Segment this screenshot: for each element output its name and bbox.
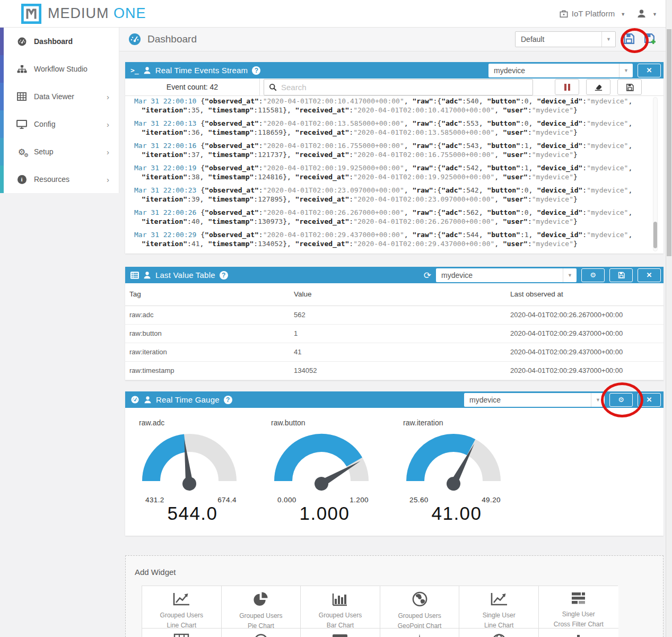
event-timestamp: Mar 31 22:00:10 [134, 97, 196, 105]
line-chart-icon [172, 599, 191, 608]
sidebar-item-data-viewer[interactable]: Data Viewer › [0, 83, 119, 110]
gauge-label: raw.button [271, 418, 403, 427]
add-widget-tile-cross-filter-chart[interactable]: Single UserCross Filter Chart [539, 586, 618, 629]
chevron-down-icon[interactable]: ▼ [621, 12, 625, 17]
cell-last-observed: 2020-04-01T02:00:29.437000+00:00 [506, 324, 664, 343]
save-stream-button[interactable] [617, 79, 642, 95]
user-menu-icon[interactable] [636, 8, 647, 19]
event-timestamp: Mar 31 22:00:16 [134, 142, 196, 150]
close-widget-button[interactable]: ✕ [638, 393, 661, 407]
widget-save-button[interactable] [609, 268, 633, 282]
table-device-select[interactable]: mydevice ▼ [436, 268, 577, 282]
gauge-raw.button: raw.button 0.000 1.200 1.000 [271, 415, 403, 524]
list-table-icon [130, 272, 139, 279]
gauge-device-select[interactable]: mydevice ▼ [464, 393, 605, 407]
clear-stream-button[interactable] [586, 79, 610, 95]
gauge-min: 25.60 [409, 496, 429, 504]
gauge-row: raw.adc 431.2 674.4 544.0 raw.button 0.0… [125, 408, 664, 524]
widget-title: Real Time Events Stream [155, 66, 248, 75]
chevron-down-icon[interactable]: ▼ [652, 12, 657, 17]
add-widget-tile-geopoint-chart[interactable]: Grouped UsersGeoPoint Chart [380, 586, 460, 629]
add-widget-tile[interactable] [222, 629, 301, 637]
search-box[interactable] [264, 79, 533, 95]
cell-value: 41 [290, 343, 506, 361]
table-icon [16, 92, 28, 101]
gauge-min: 431.2 [145, 496, 164, 504]
add-widget-tile[interactable] [380, 629, 460, 637]
add-widget-tile-pie-chart[interactable]: Grouped UsersPie Chart [222, 586, 301, 629]
sidebar-item-dashboard[interactable]: Dashboard [0, 28, 119, 55]
add-widget-tile-line-chart[interactable]: Single UserLine Chart [459, 586, 539, 629]
scrollbar-thumb[interactable] [653, 222, 657, 248]
event-timestamp: Mar 31 22:00:23 [134, 186, 196, 194]
app-window: MEDIUM ONE IoT Platform ▼ ▼ Dashboard [0, 0, 672, 637]
gauge-dial [403, 428, 504, 493]
event-log-entry: Mar 31 22:00:19 {"observed_at":"2020-04-… [134, 164, 648, 181]
chevron-right-icon: › [107, 92, 109, 101]
add-widget-tile[interactable] [539, 629, 618, 637]
add-widget-tile-bar-chart[interactable]: Grouped UsersBar Chart [301, 586, 380, 629]
column-header-last-observed: Last observed at [506, 283, 664, 306]
search-input[interactable] [280, 82, 533, 92]
help-icon[interactable]: ? [252, 66, 260, 75]
gauge-dial [271, 428, 372, 493]
sidebar-accent-strip [0, 83, 4, 110]
sidebar-item-label: Resources [34, 175, 69, 184]
last-value-table-widget: Last Value Table ? ⟳ mydevice ▼ ⚙ ✕ [125, 267, 664, 380]
save-icon [622, 32, 635, 45]
pause-stream-button[interactable] [555, 79, 579, 95]
dashboard-icon [128, 33, 141, 46]
add-widget-tile[interactable] [459, 629, 539, 637]
sidebar-nav: Dashboard Workflow Studio Data Viewer › … [0, 28, 119, 193]
refresh-icon[interactable]: ⟳ [424, 270, 431, 281]
help-icon[interactable]: ? [224, 396, 232, 404]
save-dashboard-button[interactable] [621, 32, 637, 47]
cell-last-observed: 2020-04-01T02:00:26.267000+00:00 [506, 306, 664, 324]
project-selector[interactable]: IoT Platform [572, 9, 615, 18]
tile-label: Single UserLine Chart [459, 610, 538, 630]
event-log-entry: Mar 31 22:00:26 {"observed_at":"2020-04-… [134, 208, 648, 226]
sidebar-accent-strip [0, 138, 4, 165]
tile-label: Grouped UsersPie Chart [222, 611, 301, 631]
widget-settings-button[interactable]: ⚙ [609, 393, 633, 407]
add-widget-tile[interactable] [142, 629, 222, 637]
top-bar: MEDIUM ONE IoT Platform ▼ ▼ [0, 0, 672, 28]
add-widget-tile[interactable] [301, 629, 380, 637]
sidebar-item-setup[interactable]: ⚙⚙ Setup › [0, 138, 119, 165]
desktop-icon [16, 120, 28, 129]
sidebar-item-config[interactable]: Config › [0, 110, 119, 138]
gauge-dial [139, 428, 240, 493]
cell-tag: raw:button [125, 324, 290, 343]
chevron-down-icon: ▼ [591, 393, 605, 407]
last-value-table: Tag Value Last observed at raw:adc 562 2… [125, 283, 664, 380]
save-as-new-dashboard-button[interactable] [642, 32, 658, 47]
tile-label: Grouped UsersBar Chart [301, 610, 380, 630]
event-log-entry: Mar 31 22:00:10 {"observed_at":"2020-04-… [134, 97, 648, 115]
help-icon[interactable]: ? [220, 271, 228, 280]
sidebar-item-workflow-studio[interactable]: Workflow Studio [0, 55, 119, 83]
close-widget-button[interactable]: ✕ [638, 64, 661, 77]
events-device-select[interactable]: mydevice ▼ [488, 64, 633, 77]
add-widget-tile-line-chart[interactable]: Grouped UsersLine Chart [142, 586, 222, 629]
gears-icon: ⚙⚙ [16, 147, 28, 157]
gauge-value: 1.000 [271, 503, 378, 524]
cell-value: 562 [290, 306, 506, 324]
events-log: Mar 31 22:00:10 {"observed_at":"2020-04-… [125, 96, 664, 248]
table-widget-header: Last Value Table ? ⟳ mydevice ▼ ⚙ ✕ [125, 267, 664, 283]
scrollbar-thumb[interactable] [667, 29, 671, 256]
events-toolbar: Event count: 42 [125, 78, 664, 96]
page-scrollbar[interactable] [666, 0, 672, 637]
widget-title: Real Time Gauge [156, 395, 220, 404]
event-log-entry: Mar 31 22:00:23 {"observed_at":"2020-04-… [134, 186, 648, 204]
column-header-tag: Tag [125, 283, 290, 306]
gear-icon: ⚙ [590, 271, 596, 279]
close-widget-button[interactable]: ✕ [638, 268, 661, 282]
pause-icon [564, 84, 570, 91]
cell-tag: raw:iteration [125, 343, 290, 361]
sidebar-item-resources[interactable]: i Resources › [0, 165, 119, 193]
widget-settings-button[interactable]: ⚙ [581, 268, 605, 282]
dashboard-select[interactable]: Default ▼ [515, 31, 616, 47]
medium-one-logo[interactable]: MEDIUM ONE [21, 4, 146, 24]
events-scrollbar[interactable] [653, 97, 658, 251]
chevron-right-icon: › [107, 120, 109, 129]
